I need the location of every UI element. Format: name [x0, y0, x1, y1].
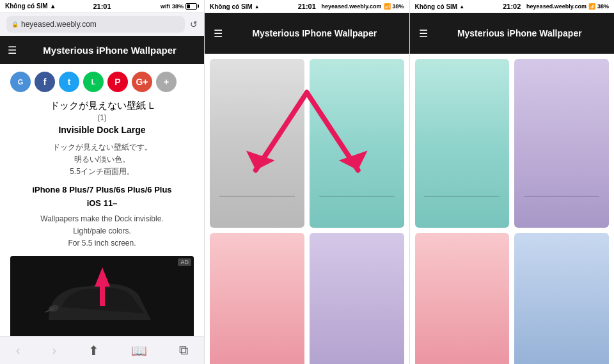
panel3-time: 21:02	[503, 3, 521, 10]
ad-banner: AD	[10, 256, 194, 336]
back-button[interactable]: ‹	[11, 338, 26, 363]
panel3-header-title: Mysterious iPhone Wallpaper	[434, 28, 606, 38]
bookmarks-button[interactable]: 📖	[126, 338, 152, 363]
panel3-header: ☰ Mysterious iPhone Wallpaper	[410, 13, 615, 54]
panel2-header-title: Mysterious IPhone Wallpaper	[229, 28, 400, 38]
panel3-battery-pct: 38%	[597, 3, 609, 10]
panel3-signal: Không có SIM	[415, 3, 458, 10]
panel3-wifi-mini: 📶	[588, 3, 595, 10]
panel1-hamburger-icon[interactable]: ☰	[8, 44, 17, 56]
panel3-url-mini: heyeased.weebly.com	[526, 3, 586, 10]
panel1-wifi-icon: wifi	[161, 3, 170, 10]
panel1-status-bar: Không có SIM ▲ 21:01 wifi 38%	[0, 0, 204, 13]
more-share-icon[interactable]: +	[156, 72, 177, 92]
wallpaper-item[interactable]	[210, 59, 304, 228]
panel1-battery-icon	[185, 3, 199, 10]
panel1-url-bar: 🔒 heyeased.weebly.com ↺	[0, 13, 204, 36]
device-compat-sub: iOS 11–	[10, 198, 194, 208]
panel2-url-mini: heyeased.weebly.com	[322, 3, 382, 10]
panel2-header: ☰ Mysterious IPhone Wallpaper	[205, 13, 409, 54]
social-icons-row: G f t L P G+ +	[10, 72, 194, 92]
panel1-signal: Không có SIM	[5, 3, 48, 10]
device-compat-title: iPhone 8 Plus/7 Plus/6s Plus/6 Plus	[10, 185, 194, 194]
panel2-status-bar: Không có SIM ▲ 21:01 heyeased.weebly.com…	[205, 0, 409, 13]
pinterest-icon[interactable]: P	[107, 72, 128, 92]
panel-right: Không có SIM ▲ 21:02 heyeased.weebly.com…	[410, 0, 615, 364]
en-title: Invisible Dock Large	[10, 125, 194, 135]
panel3-status-bar: Không có SIM ▲ 21:02 heyeased.weebly.com…	[410, 0, 615, 13]
panel3-wallpaper-area	[410, 54, 615, 364]
red-arrow-ad	[90, 261, 115, 312]
wallpaper-item[interactable]	[310, 59, 404, 228]
panel1-nav-title: Mysterious iPhone Wallpaper	[23, 45, 196, 56]
panel1-signal-icon: ▲	[50, 3, 56, 10]
panel1-reload-button[interactable]: ↺	[190, 19, 198, 29]
line-icon[interactable]: L	[83, 72, 104, 92]
en-description: Wallpapers make the Dock invisible. Ligh…	[10, 213, 194, 250]
panel1-battery: 38%	[172, 3, 184, 10]
panel2-time: 21:01	[298, 3, 316, 10]
svg-marker-0	[95, 267, 110, 306]
panel1-lock-icon: 🔒	[12, 21, 19, 28]
jp-description: ドックが見えない壁紙です。 明るい/淡い色。 5.5インチ画面用。	[10, 141, 194, 178]
panel2-battery-pct: 38%	[393, 3, 404, 10]
panel2-signal: Không có SIM	[210, 3, 253, 10]
panel1-time: 21:01	[93, 3, 111, 10]
wallpaper-item[interactable]	[415, 59, 510, 228]
panel1-bottom-nav: ‹ › ⬆ 📖 ⧉	[0, 336, 204, 364]
wallpaper-item[interactable]	[514, 59, 609, 228]
panel-middle: Không có SIM ▲ 21:01 heyeased.weebly.com…	[205, 0, 410, 364]
panel1-nav-bar: ☰ Mysterious iPhone Wallpaper	[0, 36, 204, 64]
facebook-icon[interactable]: f	[35, 72, 55, 92]
ad-badge: AD	[178, 258, 191, 266]
translate-icon[interactable]: G	[10, 72, 31, 92]
panel1-content: G f t L P G+ + ドックが見えない壁紙 L (1) Invisibl…	[0, 64, 204, 336]
wallpaper-item[interactable]	[514, 233, 609, 364]
panel2-wallpaper-grid	[205, 54, 409, 364]
panel2-wallpaper-area	[205, 54, 409, 364]
share-button[interactable]: ⬆	[83, 338, 104, 363]
panel3-signal-icon: ▲	[459, 4, 464, 10]
tabs-button[interactable]: ⧉	[174, 338, 193, 363]
panel2-signal-icon: ▲	[255, 4, 260, 10]
wallpaper-item[interactable]	[415, 233, 510, 364]
panel3-wallpaper-grid	[410, 54, 615, 364]
panel1-url-field[interactable]: 🔒 heyeased.weebly.com	[6, 16, 185, 33]
forward-button[interactable]: ›	[47, 338, 62, 363]
gplus-icon[interactable]: G+	[132, 72, 152, 92]
jp-title: ドックが見えない壁紙 L	[10, 100, 194, 112]
panel1-url-text: heyeased.weebly.com	[21, 20, 97, 29]
jp-sub: (1)	[10, 113, 194, 122]
wallpaper-item[interactable]	[210, 233, 304, 364]
twitter-icon[interactable]: t	[59, 72, 79, 92]
wallpaper-item[interactable]	[310, 233, 404, 364]
panel2-wifi-mini: 📶	[384, 3, 391, 10]
panel3-hamburger-icon[interactable]: ☰	[419, 28, 428, 40]
panel-left: Không có SIM ▲ 21:01 wifi 38% 🔒 heyeased…	[0, 0, 205, 364]
panel2-hamburger-icon[interactable]: ☰	[214, 28, 223, 40]
